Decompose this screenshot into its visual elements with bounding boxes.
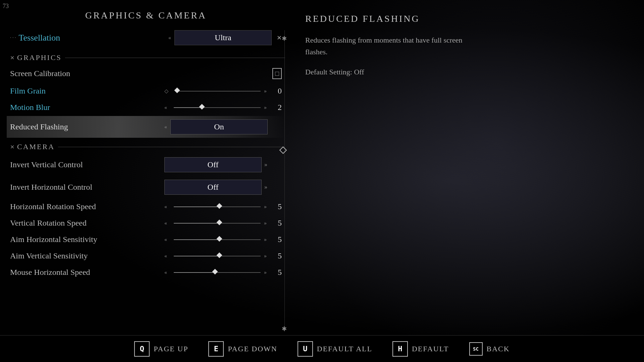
invert-vertical-arrow-right[interactable]: » [264,161,267,168]
horiz-rotation-fill [174,206,217,207]
aim-vert-slider[interactable] [174,256,261,256]
setting-aim-horiz[interactable]: Aim Horizontal Sensitivity « » 5 [7,232,285,247]
aim-vert-control[interactable]: « » 5 [164,251,282,260]
page-down-key[interactable]: E [208,341,224,357]
motion-blur-value: 2 [268,103,282,112]
film-grain-value: 0 [268,86,282,96]
screen-calibration-icon: □ [272,68,282,79]
scroll-bottom-marker: ✱ [282,325,287,333]
aim-horiz-arrow-right-icon: » [264,237,267,243]
setting-aim-vert[interactable]: Aim Vertical Sensitivity « » 5 [7,248,285,264]
vert-rotation-fill [174,223,217,224]
info-title: REDUCED FLASHING [305,13,486,24]
horiz-rotation-arrow-right-icon: » [264,204,267,210]
page-down-action[interactable]: E PAGE DOWN [198,341,287,357]
motion-blur-control[interactable]: « » 2 [164,103,282,112]
aim-horiz-control[interactable]: « » 5 [164,235,282,244]
section-title: GRAPHICS & CAMERA [7,0,285,27]
aim-horiz-slider[interactable] [174,239,261,240]
category-camera-icon: ✕ [10,144,14,150]
aim-vert-label: Aim Vertical Sensitivity [10,251,164,260]
info-default: Default Setting: Off [305,68,486,76]
info-description: Reduces flashing from moments that have … [305,34,486,58]
tessellation-arrow-left[interactable]: « [168,35,171,41]
aim-horiz-arrow-left[interactable]: « [164,237,167,243]
setting-horiz-rotation[interactable]: Horizontal Rotation Speed « » 5 [7,199,285,215]
motion-blur-label: Motion Blur [10,103,164,112]
mouse-horiz-arrow-left[interactable]: « [164,269,167,276]
default-label: DEFAULT [412,345,449,353]
invert-vertical-value[interactable]: Off [164,157,262,172]
aim-horiz-thumb [216,236,222,242]
bottom-bar: Q PAGE UP E PAGE DOWN U DEFAULT ALL H DE… [0,335,644,362]
mouse-horiz-thumb [212,269,218,275]
aim-vert-fill [174,256,217,256]
screen-calibration-control: □ [164,68,282,79]
vert-rotation-slider[interactable] [174,223,261,224]
setting-invert-vertical[interactable]: Invert Vertical Control Off » [7,154,285,176]
aim-horiz-label: Aim Horizontal Sensitivity [10,235,164,244]
setting-reduced-flashing[interactable]: Reduced Flashing « On [7,116,285,138]
aim-vert-arrow-left[interactable]: « [164,253,167,259]
tessellation-label[interactable]: Tessellation [19,33,169,43]
motion-blur-fill [174,107,200,108]
film-grain-control[interactable]: ◇ » 0 [164,86,282,96]
film-grain-arrow-right-icon: » [264,88,267,94]
category-graphics-icon: ✕ [10,55,14,61]
invert-horizontal-arrow-right[interactable]: » [264,184,267,191]
default-key[interactable]: H [392,341,408,357]
reduced-flashing-arrow-left[interactable]: « [164,124,167,130]
category-graphics: ✕ GRAPHICS [7,50,285,63]
mouse-horiz-fill [174,272,213,273]
setting-mouse-horiz[interactable]: Mouse Horizontal Speed « » 5 [7,264,285,280]
page-up-key[interactable]: Q [134,341,150,357]
film-grain-thumb [174,87,180,93]
reduced-flashing-control[interactable]: « On [164,119,282,134]
default-all-key[interactable]: U [298,341,313,357]
vert-rotation-control[interactable]: « » 5 [164,219,282,228]
vert-rotation-thumb [216,220,222,225]
film-grain-arrow-left[interactable]: ◇ [164,88,168,94]
horiz-rotation-control[interactable]: « » 5 [164,202,282,211]
motion-blur-thumb [199,104,205,110]
setting-motion-blur[interactable]: Motion Blur « » 2 [7,100,285,115]
reduced-flashing-label: Reduced Flashing [10,122,164,131]
mouse-horiz-control[interactable]: « » 5 [164,268,282,277]
horiz-rotation-slider[interactable] [174,206,261,207]
back-action[interactable]: SC BACK [459,342,520,356]
scroll-top-marker: ✱ [282,35,287,42]
back-key[interactable]: SC [469,342,483,356]
aim-horiz-fill [174,239,217,240]
screen-calibration-label: Screen Calibration [10,69,164,78]
default-action[interactable]: H DEFAULT [382,341,459,357]
vert-rotation-arrow-left[interactable]: « [164,220,167,226]
tessellation-row: · · · Tessellation « Ultra ✕ [7,27,285,48]
setting-film-grain[interactable]: Film Grain ◇ » 0 [7,83,285,99]
left-panel: GRAPHICS & CAMERA · · · Tessellation « U… [0,0,292,362]
invert-horizontal-value[interactable]: Off [164,180,262,195]
mouse-horiz-label: Mouse Horizontal Speed [10,268,164,277]
default-all-action[interactable]: U DEFAULT ALL [287,341,382,357]
invert-horizontal-control[interactable]: Off » [164,180,282,195]
right-panel: REDUCED FLASHING Reduces flashing from m… [295,0,496,90]
mouse-horiz-slider[interactable] [174,272,261,273]
category-graphics-line [65,58,285,58]
horiz-rotation-arrow-left[interactable]: « [164,204,167,210]
motion-blur-slider[interactable] [174,107,261,108]
motion-blur-arrow-left[interactable]: « [164,105,167,111]
horiz-rotation-thumb [216,203,222,209]
setting-screen-calibration[interactable]: Screen Calibration □ [7,65,285,82]
invert-vertical-control[interactable]: Off » [164,157,282,172]
page-up-label: PAGE UP [154,345,188,353]
setting-vert-rotation[interactable]: Vertical Rotation Speed « » 5 [7,215,285,231]
page-down-label: PAGE DOWN [228,345,277,353]
mouse-horiz-arrow-right-icon: » [264,269,267,276]
setting-invert-horizontal[interactable]: Invert Horizontal Control Off » [7,176,285,198]
tessellation-value[interactable]: Ultra [174,30,272,45]
reduced-flashing-value[interactable]: On [170,119,268,134]
invert-horizontal-label: Invert Horizontal Control [10,183,164,192]
horiz-rotation-label: Horizontal Rotation Speed [10,202,164,211]
page-up-action[interactable]: Q PAGE UP [124,341,198,357]
film-grain-label: Film Grain [10,86,164,96]
film-grain-slider[interactable] [175,91,261,92]
